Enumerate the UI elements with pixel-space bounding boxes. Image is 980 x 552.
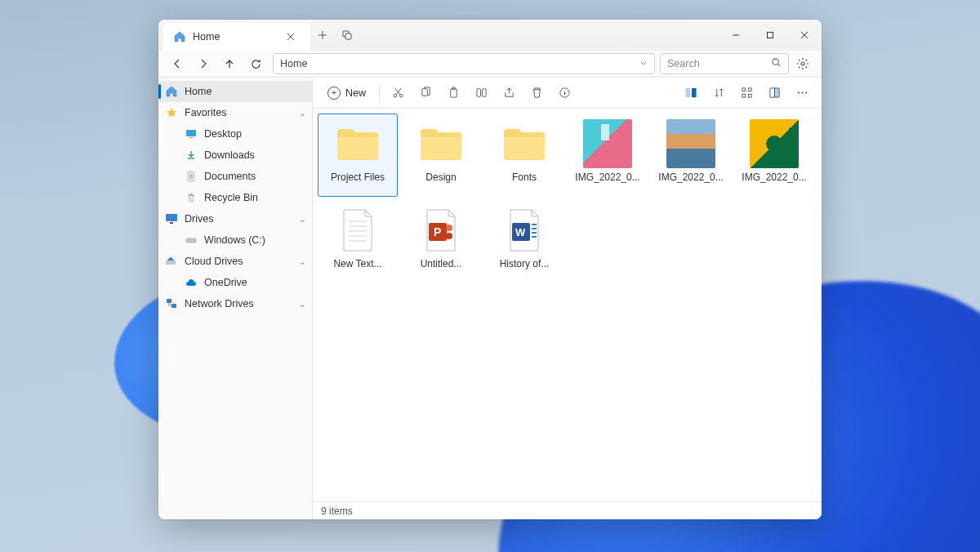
network-icon (165, 297, 178, 310)
sidebar-item-label: Downloads (204, 149, 255, 161)
item-image-1[interactable]: IMG_2022_0... (568, 114, 648, 197)
svg-point-10 (194, 240, 195, 242)
svg-rect-22 (685, 88, 690, 97)
search-input[interactable]: Search (660, 53, 789, 74)
svg-text:W: W (515, 226, 526, 238)
sidebar-item-home[interactable]: Home (158, 81, 312, 102)
toggle-preview-button[interactable] (678, 82, 704, 105)
item-fonts[interactable]: Fonts (484, 114, 564, 197)
new-button[interactable]: + New (319, 82, 374, 104)
svg-rect-11 (166, 260, 176, 265)
sidebar-item-downloads[interactable]: Downloads (158, 145, 312, 166)
svg-rect-8 (170, 222, 173, 224)
download-icon (185, 149, 198, 162)
item-project-files[interactable]: Project Files (318, 114, 398, 197)
monitor-icon (165, 212, 178, 225)
svg-rect-1 (345, 33, 351, 39)
file-grid[interactable]: Project Files Design Fonts IMG_2022 (313, 109, 822, 501)
svg-rect-2 (768, 33, 773, 38)
chevron-down-icon[interactable]: ⌄ (299, 109, 305, 118)
refresh-button[interactable] (243, 52, 268, 75)
view-button[interactable] (733, 82, 760, 105)
cut-button[interactable] (385, 82, 411, 105)
sidebar-item-desktop[interactable]: Desktop (158, 123, 312, 145)
svg-rect-19 (476, 89, 480, 96)
rename-button[interactable] (468, 82, 494, 105)
documents-icon (185, 170, 198, 183)
back-button[interactable] (165, 52, 189, 75)
svg-point-14 (393, 94, 396, 97)
search-icon[interactable] (771, 57, 782, 70)
svg-rect-26 (742, 94, 745, 97)
desktop-icon (185, 127, 198, 140)
forward-button[interactable] (191, 52, 216, 75)
sidebar-item-label: Recycle Bin (204, 192, 258, 203)
file-explorer-window: Home (158, 20, 822, 519)
copy-button[interactable] (412, 82, 439, 105)
minimize-button[interactable] (719, 20, 753, 51)
paste-button[interactable] (440, 82, 466, 105)
sidebar-section-network[interactable]: Network Drives ⌄ (158, 293, 312, 314)
chevron-down-icon[interactable]: ⌄ (299, 300, 305, 309)
svg-rect-24 (742, 88, 745, 91)
nav-toolbar: Home Search (158, 51, 822, 77)
maximize-button[interactable] (753, 20, 787, 51)
sort-button[interactable] (706, 82, 732, 105)
sidebar-item-label: Home (185, 86, 212, 97)
svg-point-32 (805, 91, 807, 93)
sidebar-item-recyclebin[interactable]: Recycle Bin (158, 187, 312, 208)
tab-title: Home (193, 31, 220, 42)
svg-rect-16 (421, 89, 427, 96)
item-label: New Text... (333, 258, 381, 269)
delete-button[interactable] (523, 82, 550, 105)
txt-file-icon (333, 206, 382, 255)
image-thumbnail (583, 119, 632, 168)
tab-overview-button[interactable] (335, 20, 359, 51)
item-label: Design (425, 171, 456, 183)
close-button[interactable] (787, 20, 822, 51)
settings-button[interactable] (791, 52, 815, 75)
svg-rect-25 (748, 88, 751, 91)
new-button-label: New (345, 87, 366, 99)
more-button[interactable] (789, 82, 815, 105)
tab-home[interactable]: Home (163, 23, 310, 51)
share-button[interactable] (496, 82, 522, 105)
plus-circle-icon: + (327, 87, 341, 100)
svg-point-35 (446, 225, 452, 231)
item-untitled-ppt[interactable]: P Untitled... (401, 200, 481, 283)
sidebar-item-windows-c[interactable]: Windows (C:) (158, 229, 312, 251)
up-button[interactable] (217, 52, 242, 75)
details-button[interactable] (761, 82, 787, 105)
sidebar-item-label: Favorites (185, 107, 226, 118)
svg-rect-12 (167, 299, 172, 303)
item-image-3[interactable]: IMG_2022_0... (734, 114, 814, 197)
svg-point-31 (801, 91, 803, 93)
item-history-doc[interactable]: W History of... (484, 200, 564, 283)
chevron-down-icon[interactable]: ⌄ (299, 215, 305, 224)
item-new-text[interactable]: New Text... (318, 200, 398, 283)
item-design[interactable]: Design (401, 114, 481, 197)
svg-rect-20 (482, 89, 486, 96)
cloud-drive-icon (165, 255, 178, 268)
sidebar-section-cloud[interactable]: Cloud Drives ⌄ (158, 251, 312, 272)
address-bar[interactable]: Home (273, 53, 655, 74)
svg-point-15 (399, 94, 403, 97)
tab-close-button[interactable] (281, 33, 301, 41)
sidebar-item-label: Documents (204, 171, 256, 182)
command-bar: + New (313, 78, 822, 109)
item-image-2[interactable]: IMG_2022_0... (651, 114, 731, 197)
chevron-down-icon[interactable] (639, 58, 648, 69)
sidebar-section-favorites[interactable]: Favorites ⌄ (158, 102, 312, 123)
info-button[interactable] (551, 82, 577, 105)
chevron-down-icon[interactable]: ⌄ (299, 257, 305, 266)
main-area: + New (313, 78, 822, 519)
sidebar-section-drives[interactable]: Drives ⌄ (158, 208, 312, 229)
item-label: Fonts (512, 171, 537, 183)
item-label: IMG_2022_0... (658, 171, 723, 183)
sidebar-item-documents[interactable]: Documents (158, 166, 312, 187)
sidebar-item-onedrive[interactable]: OneDrive (158, 272, 312, 293)
new-tab-button[interactable] (310, 20, 335, 51)
folder-icon (333, 119, 382, 168)
svg-text:P: P (434, 225, 441, 238)
svg-rect-27 (748, 94, 751, 97)
